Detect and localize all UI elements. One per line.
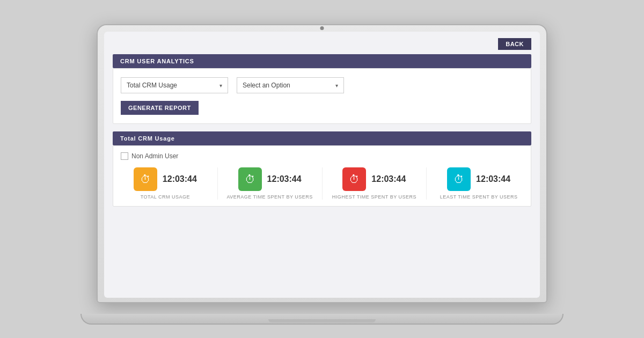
clock-icon-average: ⏱	[245, 173, 255, 186]
stat-label-average: AVERAGE TIME SPENT BY USERS	[226, 194, 312, 200]
non-admin-label: Non Admin User	[131, 152, 178, 160]
stat-time-highest: 12:03:44	[371, 174, 406, 184]
top-panel-body: Total CRM Usage ▾ Select an Option ▾ GEN…	[113, 69, 531, 123]
back-btn-wrapper: BACK	[113, 38, 531, 50]
stats-section: Total CRM Usage Non Admin User	[113, 131, 531, 207]
laptop-body: BACK CRM USER ANALYTICS Total CRM Usage …	[97, 24, 547, 303]
stat-cards: ⏱ 12:03:44 TOTAL CRM USAGE	[121, 167, 523, 200]
chevron-down-icon: ▾	[219, 83, 222, 89]
stats-panel-body: Non Admin User ⏱ 12:03:44	[113, 146, 531, 206]
stat-label-highest: HIGHEST TIME SPENT BY USERS	[332, 194, 416, 200]
clock-icon-highest: ⏱	[349, 173, 360, 186]
top-panel: Total CRM Usage ▾ Select an Option ▾ GEN…	[113, 68, 531, 124]
stats-section-header: Total CRM Usage	[113, 131, 531, 145]
crm-usage-dropdown[interactable]: Total CRM Usage ▾	[121, 77, 228, 93]
option-dropdown-placeholder: Select an Option	[243, 82, 290, 89]
screen-content: BACK CRM USER ANALYTICS Total CRM Usage …	[104, 32, 540, 298]
stat-icon-least: ⏱	[447, 167, 471, 191]
stat-card-highest: ⏱ 12:03:44 HIGHEST TIME SPENT BY USERS	[322, 167, 419, 200]
generate-report-button[interactable]: GENERATE REPORT	[121, 101, 199, 115]
stat-label-total: TOTAL CRM USAGE	[141, 194, 190, 200]
stat-time-total: 12:03:44	[163, 174, 197, 184]
laptop-base-foot	[268, 319, 376, 322]
crm-usage-dropdown-value: Total CRM Usage	[127, 82, 177, 89]
stat-label-least: LEAST TIME SPENT BY USERS	[440, 194, 518, 200]
stat-card-total: ⏱ 12:03:44 TOTAL CRM USAGE	[121, 167, 210, 200]
dropdowns-row: Total CRM Usage ▾ Select an Option ▾	[121, 77, 523, 93]
stats-panel: Non Admin User ⏱ 12:03:44	[113, 145, 531, 207]
camera	[320, 26, 324, 30]
stat-icon-total: ⏱	[134, 167, 157, 191]
stat-icon-highest: ⏱	[342, 167, 366, 191]
stat-card-inner-highest: ⏱ 12:03:44	[330, 167, 419, 191]
laptop-wrapper: BACK CRM USER ANALYTICS Total CRM Usage …	[80, 13, 564, 325]
non-admin-checkbox[interactable]	[121, 152, 128, 160]
stat-time-average: 12:03:44	[267, 174, 302, 184]
stat-card-inner-least: ⏱ 12:03:44	[434, 167, 523, 191]
stat-card-inner-average: ⏱ 12:03:44	[225, 167, 314, 191]
stat-card-least: ⏱ 12:03:44 LEAST TIME SPENT BY USERS	[426, 167, 523, 200]
clock-icon-total: ⏱	[140, 173, 151, 186]
clock-icon-least: ⏱	[453, 173, 464, 186]
stat-card-average: ⏱ 12:03:44 AVERAGE TIME SPENT BY USERS	[217, 167, 314, 200]
non-admin-check-row: Non Admin User	[121, 152, 523, 160]
crm-analytics-header: CRM USER ANALYTICS	[113, 54, 531, 68]
stat-icon-average: ⏱	[238, 167, 262, 191]
stat-time-least: 12:03:44	[476, 174, 510, 184]
stat-card-inner-total: ⏱ 12:03:44	[121, 167, 210, 191]
chevron-down-icon-2: ▾	[335, 83, 338, 89]
laptop-base	[80, 314, 564, 325]
option-dropdown[interactable]: Select an Option ▾	[237, 77, 344, 93]
back-button[interactable]: BACK	[498, 38, 531, 50]
laptop-screen: BACK CRM USER ANALYTICS Total CRM Usage …	[104, 32, 540, 298]
